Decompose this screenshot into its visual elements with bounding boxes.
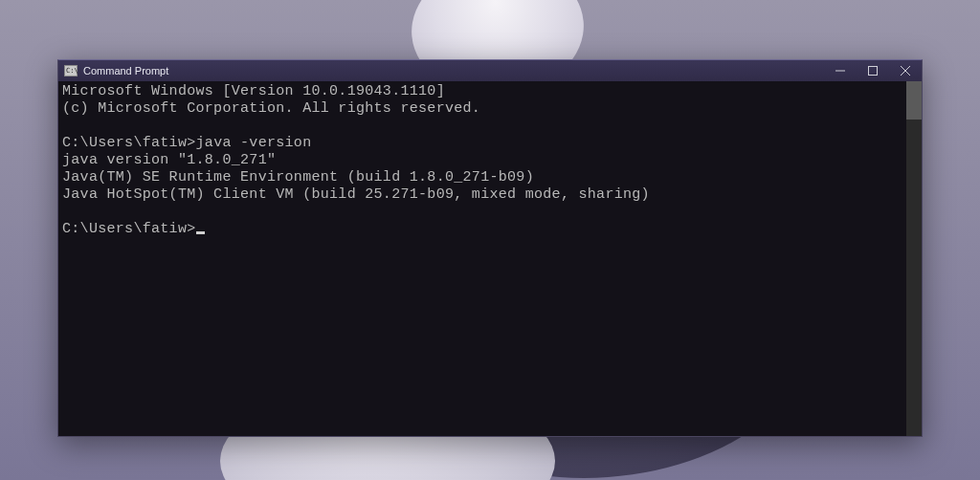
prompt: C:\Users\fatiw> xyxy=(62,221,196,237)
terminal-line: (c) Microsoft Corporation. All rights re… xyxy=(62,100,918,118)
terminal-line xyxy=(62,118,918,135)
command-input: java -version xyxy=(196,135,312,151)
terminal-line: java version "1.8.0_271" xyxy=(62,152,918,169)
terminal-output: Microsoft Windows [Version 10.0.19043.11… xyxy=(62,83,918,238)
maximize-button[interactable] xyxy=(857,60,889,81)
scrollbar-thumb[interactable] xyxy=(906,81,922,120)
terminal-area[interactable]: Microsoft Windows [Version 10.0.19043.11… xyxy=(58,81,922,436)
terminal-line: Microsoft Windows [Version 10.0.19043.11… xyxy=(62,83,918,100)
terminal-line xyxy=(62,204,918,221)
cmd-icon: C:\ xyxy=(64,65,78,76)
command-prompt-window: C:\ Command Prompt Microsoft Windows [Ve… xyxy=(57,59,923,437)
titlebar[interactable]: C:\ Command Prompt xyxy=(58,60,922,81)
close-button[interactable] xyxy=(889,60,922,81)
scrollbar[interactable] xyxy=(906,81,922,436)
terminal-line: Java HotSpot(TM) Client VM (build 25.271… xyxy=(62,186,918,204)
terminal-line: C:\Users\fatiw> xyxy=(62,221,918,238)
prompt: C:\Users\fatiw> xyxy=(62,135,196,151)
svg-rect-1 xyxy=(869,67,878,76)
terminal-line: Java(TM) SE Runtime Environment (build 1… xyxy=(62,169,918,186)
terminal-line: C:\Users\fatiw>java -version xyxy=(62,135,918,152)
cursor xyxy=(196,231,205,234)
window-title: Command Prompt xyxy=(83,65,168,76)
minimize-button[interactable] xyxy=(824,60,857,81)
